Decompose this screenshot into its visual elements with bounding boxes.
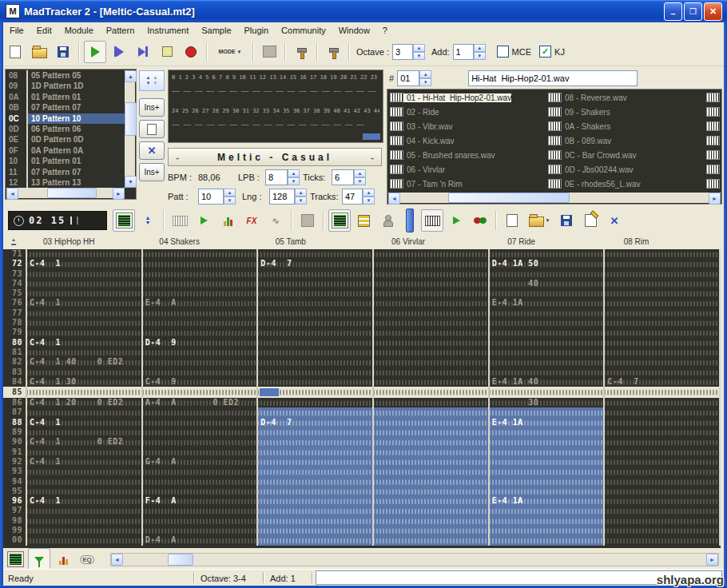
- track-list-button[interactable]: [352, 209, 375, 232]
- octave-input[interactable]: [392, 44, 413, 60]
- tracker-cell[interactable]: [603, 269, 721, 279]
- pattern-list-item[interactable]: 1213 Pattern 13: [6, 177, 125, 188]
- tracker-cell[interactable]: [141, 467, 257, 476]
- tracker-cell[interactable]: D-4 1A 50: [488, 259, 604, 268]
- tracker-cell[interactable]: [256, 437, 372, 447]
- tracker-cell[interactable]: [256, 506, 372, 515]
- tracker-cell[interactable]: [603, 457, 721, 467]
- row-collapse-icon[interactable]: ▲▬: [3, 235, 24, 249]
- instrument-number-spinner[interactable]: [419, 70, 431, 86]
- tracker-cell[interactable]: [372, 496, 488, 506]
- tracker-cell[interactable]: C-4 1: [26, 418, 141, 427]
- tracker-cell[interactable]: [141, 477, 257, 487]
- levels-small-button[interactable]: [52, 548, 74, 570]
- instrument-item-icon[interactable]: [705, 119, 721, 133]
- tracker-row[interactable]: 87: [3, 407, 721, 417]
- tracker-cell[interactable]: E-4 1A: [488, 418, 604, 427]
- tracker-cell[interactable]: [488, 357, 604, 367]
- play-pattern-button[interactable]: [108, 41, 130, 63]
- track-header-name[interactable]: 07 Ride: [488, 235, 604, 249]
- record-button[interactable]: [180, 41, 202, 63]
- tracker-cell[interactable]: [256, 516, 372, 526]
- menu-sample[interactable]: Sample: [195, 24, 237, 37]
- tracker-cell[interactable]: E-4 1A: [488, 298, 604, 308]
- tracker-cell[interactable]: [256, 496, 372, 506]
- tracker-cell[interactable]: [488, 467, 604, 476]
- maximize-button[interactable]: [684, 2, 702, 21]
- load-instrument-button[interactable]: ▼: [525, 209, 554, 232]
- scroll-up-icon[interactable]: ▲: [125, 70, 137, 82]
- tracker-cell[interactable]: [141, 506, 257, 515]
- tracker-cell[interactable]: [256, 427, 372, 437]
- mixer-window-button[interactable]: [258, 41, 280, 63]
- tracker-cell[interactable]: C-4 1: [26, 259, 141, 268]
- tracker-cell[interactable]: [488, 348, 604, 357]
- instrument-item[interactable]: 01 - Hi-Hat Hip-Hop2-01.wav: [388, 90, 546, 105]
- patt-spinner[interactable]: [224, 189, 236, 205]
- tracker-cell[interactable]: [603, 487, 721, 496]
- pattern-small-button[interactable]: [4, 548, 26, 570]
- menu-pattern[interactable]: Pattern: [100, 24, 141, 37]
- artist-button[interactable]: [376, 209, 399, 232]
- delete-pattern-button[interactable]: ✕: [139, 141, 165, 160]
- tracker-cell[interactable]: [372, 259, 488, 268]
- tracker-row[interactable]: 88C-4 1D-4 7E-4 1A: [3, 418, 721, 427]
- tracker-cell[interactable]: [26, 506, 141, 515]
- tracker-cell[interactable]: [141, 288, 257, 298]
- instrument-properties-button[interactable]: [579, 209, 602, 232]
- tracker-cell[interactable]: [26, 516, 141, 526]
- new-instrument-button[interactable]: [501, 209, 523, 232]
- title-minus-right[interactable]: -: [364, 153, 381, 162]
- follow-play-button[interactable]: [193, 209, 215, 232]
- instrument-item[interactable]: 05 - Brushed snares.wav: [388, 148, 546, 162]
- instrument-item-icon[interactable]: [705, 148, 721, 162]
- instrument-item[interactable]: 0B - 089.wav: [546, 133, 705, 148]
- tracker-cell[interactable]: [603, 298, 721, 308]
- play-from-button[interactable]: [132, 41, 154, 63]
- instrument-name-input[interactable]: [468, 70, 638, 86]
- tracker-current-row[interactable]: 85: [3, 387, 721, 398]
- tracker-cell[interactable]: [603, 398, 721, 407]
- tracker-cell[interactable]: C-4 1: [26, 338, 141, 348]
- loop-button[interactable]: [469, 209, 491, 232]
- tracker-cell[interactable]: [488, 457, 604, 467]
- tracker-cell[interactable]: E-4 1A: [488, 496, 604, 506]
- tracker-cell[interactable]: [256, 338, 372, 348]
- tracker-cell[interactable]: [141, 387, 257, 398]
- sequence-scroll-thumb[interactable]: [363, 133, 380, 140]
- tracker-cell[interactable]: [26, 387, 141, 398]
- tracker-cell[interactable]: [141, 269, 257, 279]
- mode-dropdown[interactable]: MODE ▼: [212, 41, 248, 63]
- tracker-cell[interactable]: [256, 398, 372, 407]
- blank-tool-button[interactable]: [296, 209, 319, 232]
- tracker-cell[interactable]: [26, 288, 141, 298]
- pattern-list-item[interactable]: 0B07 Pattern 07: [6, 102, 125, 113]
- tracker-cell[interactable]: C-4 9: [141, 377, 257, 387]
- tracker-cell[interactable]: C-4 1 40 0 ED2: [26, 357, 141, 367]
- tracker-cell[interactable]: D-4 A: [141, 535, 257, 545]
- tracker-cell[interactable]: [141, 308, 257, 318]
- menu-instrument[interactable]: Instrument: [141, 24, 195, 37]
- tracker-row[interactable]: 89: [3, 427, 721, 437]
- tracker-cell[interactable]: [256, 535, 372, 545]
- tracker-cell[interactable]: [603, 348, 721, 357]
- tracker-cell[interactable]: C-4 1: [26, 496, 141, 506]
- instrument-item[interactable]: 0E - rhodes56_L.wav: [546, 177, 705, 191]
- order-position-spinner[interactable]: ▲▼ ▲▼: [139, 70, 165, 91]
- pattern-list-item[interactable]: 0C10 Pattern 10: [6, 113, 125, 124]
- tracker-cell[interactable]: [603, 447, 721, 457]
- tracker-cell[interactable]: [256, 387, 372, 398]
- tracker-row[interactable]: 96C-4 1F-4 AE-4 1A: [3, 496, 721, 506]
- instrument-item[interactable]: 0C - Bar Crowd.wav: [546, 148, 705, 162]
- tracker-cell[interactable]: [141, 437, 257, 447]
- tracker-cell[interactable]: E-4 A: [141, 298, 257, 308]
- tracker-cell[interactable]: [488, 407, 604, 417]
- pattern-list-item[interactable]: 091D Pattern 1D: [6, 81, 125, 91]
- tracker-row[interactable]: 93: [3, 467, 721, 476]
- menu-module[interactable]: Module: [58, 24, 100, 37]
- tracker-cell[interactable]: [603, 535, 721, 545]
- tracker-cell[interactable]: [603, 368, 721, 377]
- instrument-item-icon[interactable]: [705, 133, 721, 148]
- pane-splitter[interactable]: [406, 209, 414, 232]
- tracker-row[interactable]: 74 40: [3, 279, 721, 288]
